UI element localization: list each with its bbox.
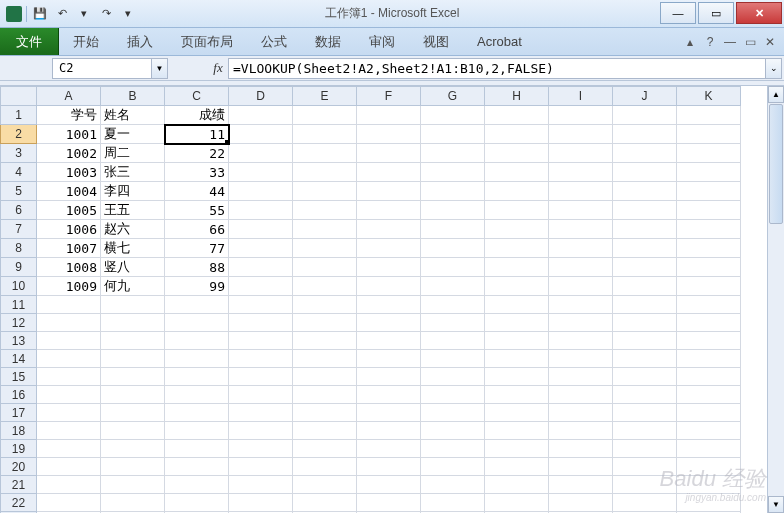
formula-input[interactable]: =VLOOKUP(Sheet2!A2,Sheet2!A1:B10,2,FALSE…	[228, 58, 766, 79]
cell-F10[interactable]	[357, 277, 421, 296]
cell-C15[interactable]	[165, 368, 229, 386]
cell-K13[interactable]	[677, 332, 741, 350]
cell-A5[interactable]: 1004	[37, 182, 101, 201]
cell-K22[interactable]	[677, 494, 741, 512]
cell-I16[interactable]	[549, 386, 613, 404]
cell-B2[interactable]: 夏一	[101, 125, 165, 144]
redo-button[interactable]: ↷	[97, 5, 115, 23]
cell-C3[interactable]: 22	[165, 144, 229, 163]
cell-J9[interactable]	[613, 258, 677, 277]
cell-K12[interactable]	[677, 314, 741, 332]
cell-J10[interactable]	[613, 277, 677, 296]
cell-K20[interactable]	[677, 458, 741, 476]
cell-K4[interactable]	[677, 163, 741, 182]
cell-B5[interactable]: 李四	[101, 182, 165, 201]
cell-F18[interactable]	[357, 422, 421, 440]
column-header-K[interactable]: K	[677, 87, 741, 106]
cell-K21[interactable]	[677, 476, 741, 494]
cell-K10[interactable]	[677, 277, 741, 296]
cell-H18[interactable]	[485, 422, 549, 440]
cell-J6[interactable]	[613, 201, 677, 220]
tab-page-layout[interactable]: 页面布局	[167, 28, 247, 55]
cell-C21[interactable]	[165, 476, 229, 494]
row-header-2[interactable]: 2	[1, 125, 37, 144]
minimize-ribbon-icon[interactable]: ▴	[682, 34, 698, 50]
cell-J18[interactable]	[613, 422, 677, 440]
cell-B9[interactable]: 竖八	[101, 258, 165, 277]
cell-E8[interactable]	[293, 239, 357, 258]
cell-G22[interactable]	[421, 494, 485, 512]
cell-J7[interactable]	[613, 220, 677, 239]
cell-G4[interactable]	[421, 163, 485, 182]
cell-H20[interactable]	[485, 458, 549, 476]
cell-G14[interactable]	[421, 350, 485, 368]
cell-I14[interactable]	[549, 350, 613, 368]
cell-G16[interactable]	[421, 386, 485, 404]
row-header-17[interactable]: 17	[1, 404, 37, 422]
cell-D12[interactable]	[229, 314, 293, 332]
cell-K5[interactable]	[677, 182, 741, 201]
cell-J12[interactable]	[613, 314, 677, 332]
cell-G21[interactable]	[421, 476, 485, 494]
column-header-J[interactable]: J	[613, 87, 677, 106]
cell-H2[interactable]	[485, 125, 549, 144]
cell-H19[interactable]	[485, 440, 549, 458]
column-header-B[interactable]: B	[101, 87, 165, 106]
cell-B10[interactable]: 何九	[101, 277, 165, 296]
cell-A4[interactable]: 1003	[37, 163, 101, 182]
cell-B6[interactable]: 王五	[101, 201, 165, 220]
cell-G18[interactable]	[421, 422, 485, 440]
cell-I1[interactable]	[549, 106, 613, 125]
cell-I11[interactable]	[549, 296, 613, 314]
cell-J22[interactable]	[613, 494, 677, 512]
cell-F13[interactable]	[357, 332, 421, 350]
cell-G19[interactable]	[421, 440, 485, 458]
cell-C22[interactable]	[165, 494, 229, 512]
cell-G17[interactable]	[421, 404, 485, 422]
cell-E13[interactable]	[293, 332, 357, 350]
cell-D14[interactable]	[229, 350, 293, 368]
cell-D7[interactable]	[229, 220, 293, 239]
column-header-D[interactable]: D	[229, 87, 293, 106]
cell-F1[interactable]	[357, 106, 421, 125]
cell-A21[interactable]	[37, 476, 101, 494]
cell-A16[interactable]	[37, 386, 101, 404]
tab-review[interactable]: 审阅	[355, 28, 409, 55]
cell-G11[interactable]	[421, 296, 485, 314]
cell-J2[interactable]	[613, 125, 677, 144]
undo-dropdown-icon[interactable]: ▾	[75, 5, 93, 23]
cell-G15[interactable]	[421, 368, 485, 386]
cell-D22[interactable]	[229, 494, 293, 512]
doc-minimize-icon[interactable]: —	[722, 34, 738, 50]
cell-D13[interactable]	[229, 332, 293, 350]
cell-C7[interactable]: 66	[165, 220, 229, 239]
cell-H21[interactable]	[485, 476, 549, 494]
cell-C1[interactable]: 成绩	[165, 106, 229, 125]
cell-A9[interactable]: 1008	[37, 258, 101, 277]
cell-C5[interactable]: 44	[165, 182, 229, 201]
cell-A22[interactable]	[37, 494, 101, 512]
cell-D21[interactable]	[229, 476, 293, 494]
cell-G7[interactable]	[421, 220, 485, 239]
row-header-13[interactable]: 13	[1, 332, 37, 350]
cell-F9[interactable]	[357, 258, 421, 277]
cell-J11[interactable]	[613, 296, 677, 314]
cell-J20[interactable]	[613, 458, 677, 476]
cell-E22[interactable]	[293, 494, 357, 512]
help-icon[interactable]: ?	[702, 34, 718, 50]
cell-C16[interactable]	[165, 386, 229, 404]
row-header-19[interactable]: 19	[1, 440, 37, 458]
row-header-6[interactable]: 6	[1, 201, 37, 220]
cell-F17[interactable]	[357, 404, 421, 422]
cell-J5[interactable]	[613, 182, 677, 201]
cell-J15[interactable]	[613, 368, 677, 386]
doc-close-icon[interactable]: ✕	[762, 34, 778, 50]
tab-view[interactable]: 视图	[409, 28, 463, 55]
cell-J16[interactable]	[613, 386, 677, 404]
cell-H16[interactable]	[485, 386, 549, 404]
cell-A11[interactable]	[37, 296, 101, 314]
cell-E1[interactable]	[293, 106, 357, 125]
cell-F5[interactable]	[357, 182, 421, 201]
cell-H13[interactable]	[485, 332, 549, 350]
cell-B16[interactable]	[101, 386, 165, 404]
